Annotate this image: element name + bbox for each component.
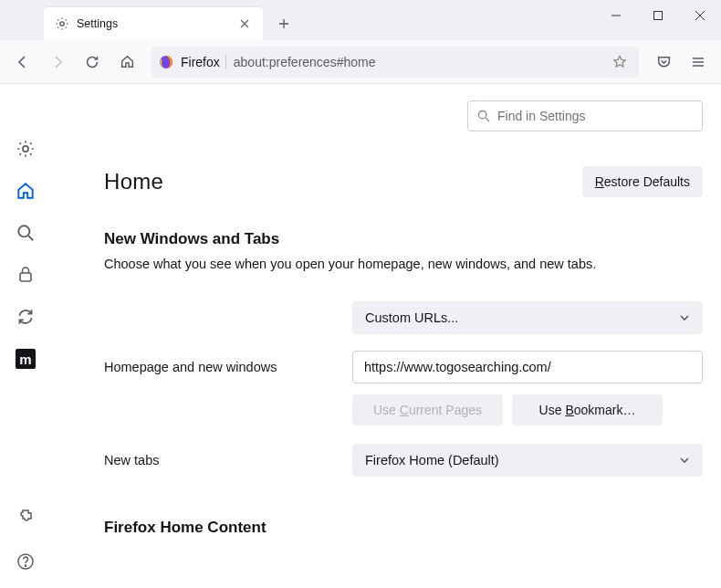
sidebar-search-icon[interactable]	[16, 223, 36, 243]
reload-button[interactable]	[77, 47, 108, 78]
url-text: about:preferences#home	[234, 55, 608, 69]
chevron-down-icon	[679, 455, 690, 466]
close-window-button[interactable]	[679, 0, 721, 31]
svg-point-8	[478, 110, 486, 118]
forward-button[interactable]	[42, 47, 73, 78]
pocket-button[interactable]	[648, 47, 679, 78]
homepage-label: Homepage and new windows	[104, 360, 341, 374]
settings-sidebar: m	[0, 84, 51, 588]
search-icon	[477, 110, 490, 122]
svg-point-4	[18, 226, 29, 236]
new-tab-button[interactable]	[270, 10, 298, 37]
newtabs-label: New tabs	[104, 453, 341, 467]
restore-defaults-button[interactable]: Restore Defaults	[582, 166, 703, 197]
use-bookmark-button[interactable]: Use Bookmark…	[512, 394, 663, 425]
page-title: Home	[104, 169, 163, 194]
home-button[interactable]	[111, 47, 142, 78]
svg-point-0	[60, 22, 64, 26]
window-controls	[595, 0, 721, 31]
tab-title: Settings	[77, 17, 235, 30]
back-button[interactable]	[7, 47, 38, 78]
sidebar-extensions-icon[interactable]	[16, 506, 36, 526]
firefox-icon	[159, 55, 173, 69]
svg-rect-1	[654, 12, 663, 20]
gear-icon	[55, 16, 69, 31]
use-current-pages-button[interactable]: Use Current Pages	[352, 394, 503, 425]
sidebar-home-icon[interactable]	[16, 181, 36, 201]
svg-rect-5	[20, 273, 31, 281]
menu-button[interactable]	[683, 47, 714, 78]
chevron-down-icon	[679, 312, 690, 323]
sidebar-general-icon[interactable]	[16, 139, 36, 159]
section-heading: New Windows and Tabs	[104, 230, 703, 248]
close-icon[interactable]	[235, 15, 254, 33]
maximize-button[interactable]	[637, 0, 679, 31]
url-context: Firefox	[181, 55, 220, 69]
browser-tab-settings[interactable]: Settings	[44, 7, 263, 40]
homepage-mode-select[interactable]: Custom URLs...	[352, 301, 703, 334]
minimize-button[interactable]	[595, 0, 637, 31]
section-description: Choose what you see when you open your h…	[104, 256, 703, 274]
bookmark-star-icon[interactable]	[608, 50, 632, 74]
settings-main: Home Restore Defaults New Windows and Ta…	[51, 84, 721, 588]
sidebar-more-icon[interactable]: m	[16, 349, 36, 369]
sidebar-help-icon[interactable]	[16, 551, 36, 572]
svg-point-3	[23, 146, 28, 152]
separator	[225, 55, 226, 69]
content-area: m Home Restore Defaults New Windows and …	[0, 84, 721, 588]
sidebar-sync-icon[interactable]	[16, 307, 36, 327]
address-bar[interactable]: Firefox about:preferences#home	[152, 47, 639, 78]
svg-point-7	[25, 565, 26, 566]
search-input[interactable]	[497, 109, 693, 123]
newtabs-mode-select[interactable]: Firefox Home (Default)	[352, 444, 703, 477]
navigation-toolbar: Firefox about:preferences#home	[0, 40, 721, 84]
homepage-url-input[interactable]	[352, 351, 703, 383]
select-value: Custom URLs...	[365, 310, 458, 325]
sidebar-privacy-icon[interactable]	[16, 265, 36, 285]
find-in-settings[interactable]	[467, 100, 703, 131]
select-value: Firefox Home (Default)	[365, 453, 499, 467]
section-heading: Firefox Home Content	[104, 519, 703, 537]
